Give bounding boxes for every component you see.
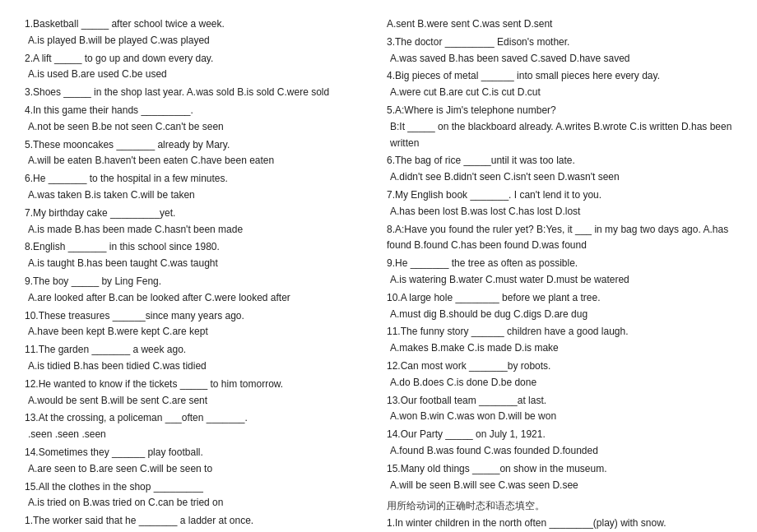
options-text: A.would be sent B.will be sent C.are sen… xyxy=(25,393,370,409)
question-block: 2.A lift _____ to go up and down every d… xyxy=(25,51,370,84)
question-block: 9.He _______ the tree as often as possib… xyxy=(387,256,732,289)
question-text: A.sent B.were sent C.was sent D.sent xyxy=(387,16,732,33)
main-content: 1.Basketball _____ after school twice a … xyxy=(25,16,732,532)
question-text: 11.The funny story ______ children have … xyxy=(387,324,732,340)
question-block: 10.These treasures ______since many year… xyxy=(25,308,370,341)
question-block: 15.All the clothes in the shop _________… xyxy=(25,479,370,512)
options-text: A.was taken B.is taken C.will be taken xyxy=(25,187,370,204)
options-text: A.is tidied B.has been tidied C.was tidi… xyxy=(25,359,370,375)
options-text: A.have been kept B.were kept C.are kept xyxy=(25,324,370,340)
question-block: 6.The bag of rice _____until it was too … xyxy=(387,153,732,186)
options-text: A.was saved B.has been saved C.saved D.h… xyxy=(387,51,732,67)
options-text: A.must dig B.should be dug C.digs D.are … xyxy=(387,307,732,323)
options-text: .seen .seen .seen xyxy=(25,427,370,443)
question-text: 13.Our football team _______at last. xyxy=(387,393,732,409)
question-text: 1.Basketball _____ after school twice a … xyxy=(25,16,370,33)
question-text: 9.The boy _____ by Ling Feng. xyxy=(25,274,370,290)
question-block: 1.The worker said that he _______ a ladd… xyxy=(25,513,370,532)
question-text: 3.Shoes _____ in the shop last year. A.w… xyxy=(25,85,370,101)
question-text: 15.Many old things _____on show in the m… xyxy=(387,461,732,478)
options-text: A.are seen to B.are seen C.will be seen … xyxy=(25,461,370,478)
question-text: 12.Can most work _______by robots. xyxy=(387,359,732,375)
question-block: 5.These mooncakes _______ already by Mar… xyxy=(25,137,370,170)
question-block: A.sent B.were sent C.was sent D.sent xyxy=(387,16,732,33)
options-text: B:It _____ on the blackboard already. A.… xyxy=(387,119,732,152)
question-block: 9.The boy _____ by Ling Feng.A.are looke… xyxy=(25,274,370,307)
question-text: 12.He wanted to know if the tickets ____… xyxy=(25,377,370,393)
question-block: 1.Basketball _____ after school twice a … xyxy=(25,16,370,49)
options-text: A.is used B.are used C.be used xyxy=(25,67,370,83)
question-text: 7.My birthday cake _________yet. xyxy=(25,206,370,222)
question-text: 4.In this game their hands _________. xyxy=(25,103,370,119)
question-block: 13.At the crossing, a policeman ___often… xyxy=(25,410,370,443)
question-block: 15.Many old things _____on show in the m… xyxy=(387,461,732,494)
question-block: 14.Our Party _____ on July 1, 1921.A.fou… xyxy=(387,427,732,460)
question-text: 5.These mooncakes _______ already by Mar… xyxy=(25,137,370,154)
question-block: 13.Our football team _______at last.A.wo… xyxy=(387,393,732,426)
question-block: 8.A:Have you found the ruler yet? B:Yes,… xyxy=(387,222,732,255)
options-text: A.has been lost B.was lost C.has lost D.… xyxy=(387,204,732,220)
question-block: 4.In this game their hands _________.A.n… xyxy=(25,103,370,136)
question-text: 13.At the crossing, a policeman ___often… xyxy=(25,410,370,427)
options-text: A.found B.was found C.was founded D.foun… xyxy=(387,443,732,460)
question-block: 14.Sometimes they ______ play football.A… xyxy=(25,445,370,478)
options-text: A.are looked after B.can be looked after… xyxy=(25,290,370,307)
options-text: A.is made B.has been made C.hasn't been … xyxy=(25,222,370,238)
options-text: A.do B.does C.is done D.be done xyxy=(387,375,732,391)
question-block: 11.The funny story ______ children have … xyxy=(387,324,732,357)
options-text: A.won B.win C.was won D.will be won xyxy=(387,409,732,425)
question-block: 7.My English book _______. I can't lend … xyxy=(387,187,732,220)
question-text: 11.The garden _______ a week ago. xyxy=(25,342,370,359)
left-column: 1.Basketball _____ after school twice a … xyxy=(25,16,370,532)
question-block: 4.Big pieces of metal ______ into small … xyxy=(387,68,732,101)
question-text: 1.In winter children in the north often … xyxy=(387,516,732,532)
question-text: 15.All the clothes in the shop _________ xyxy=(25,479,370,496)
question-block: 6.He _______ to the hospital in a few mi… xyxy=(25,171,370,204)
question-block: 11.The garden _______ a week ago.A.is ti… xyxy=(25,342,370,375)
question-text: 8.English _______ in this school since 1… xyxy=(25,239,370,256)
options-text: A.will be eaten B.haven't been eaten C.h… xyxy=(25,153,370,169)
question-text: 10.A large hole ________ before we plant… xyxy=(387,290,732,307)
options-text: A.is played B.will be played C.was playe… xyxy=(25,33,370,49)
question-text: 14.Our Party _____ on July 1, 1921. xyxy=(387,427,732,443)
question-text: 7.My English book _______. I can't lend … xyxy=(387,187,732,204)
question-block: 7.My birthday cake _________yet.A.is mad… xyxy=(25,206,370,238)
question-block: 3.Shoes _____ in the shop last year. A.w… xyxy=(25,85,370,101)
options-text: A.is tried on B.was tried on C.can be tr… xyxy=(25,495,370,511)
options-text: A.is watering B.water C.must water D.mus… xyxy=(387,272,732,289)
question-text: 3.The doctor _________ Edison's mother. xyxy=(387,35,732,51)
question-block: 12.He wanted to know if the tickets ____… xyxy=(25,377,370,409)
question-block: 用所给动词的正确时态和语态填空。 xyxy=(387,498,732,514)
question-text: 5.A:Where is Jim's telephone number? xyxy=(387,103,732,119)
question-block: 5.A:Where is Jim's telephone number?B:It… xyxy=(387,103,732,151)
question-text: 6.He _______ to the hospital in a few mi… xyxy=(25,171,370,187)
options-text: A.will be seen B.will see C.was seen D.s… xyxy=(387,478,732,494)
options-text: A.makes B.make C.is made D.is make xyxy=(387,340,732,357)
question-block: 3.The doctor _________ Edison's mother.A… xyxy=(387,35,732,67)
options-text: A.didn't see B.didn't seen C.isn't seen … xyxy=(387,169,732,186)
options-text: A.not be seen B.be not seen C.can't be s… xyxy=(25,119,370,136)
question-text: 8.A:Have you found the ruler yet? B:Yes,… xyxy=(387,222,732,255)
question-text: 1.The worker said that he _______ a ladd… xyxy=(25,513,370,530)
question-text: 10.These treasures ______since many year… xyxy=(25,308,370,325)
question-text: 14.Sometimes they ______ play football. xyxy=(25,445,370,461)
right-column: A.sent B.were sent C.was sent D.sent3.Th… xyxy=(387,16,732,532)
options-text: A.were cut B.are cut C.is cut D.cut xyxy=(387,85,732,101)
question-text: 2.A lift _____ to go up and down every d… xyxy=(25,51,370,67)
question-text: 6.The bag of rice _____until it was too … xyxy=(387,153,732,169)
options-text: A.is taught B.has been taught C.was taug… xyxy=(25,256,370,272)
question-block: 12.Can most work _______by robots.A.do B… xyxy=(387,359,732,391)
question-text: 4.Big pieces of metal ______ into small … xyxy=(387,68,732,85)
question-block: 1.In winter children in the north often … xyxy=(387,516,732,532)
question-block: 10.A large hole ________ before we plant… xyxy=(387,290,732,323)
question-block: 8.English _______ in this school since 1… xyxy=(25,239,370,272)
question-text: 9.He _______ the tree as often as possib… xyxy=(387,256,732,272)
question-text: 用所给动词的正确时态和语态填空。 xyxy=(387,498,732,514)
